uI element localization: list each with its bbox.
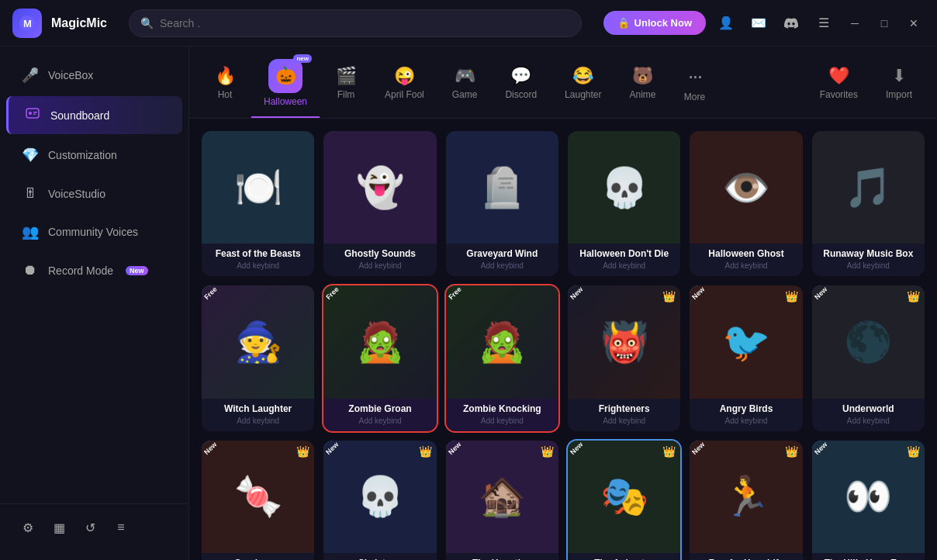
sound-card-runaway[interactable]: 🎵 Runaway Music Box Add keybind (812, 131, 925, 276)
unlock-button[interactable]: 🔒 Unlock Now (603, 11, 706, 35)
sound-card-graveyard[interactable]: 🪦 Graveyard Wind Add keybind (446, 131, 558, 276)
tab-film[interactable]: 🎬 Film (323, 60, 369, 111)
discord-icon[interactable] (779, 11, 804, 36)
card-name-halloween-dontdie: Halloween Don't Die (574, 248, 674, 259)
sounds-row-3: New 👑 🍬 Candyman Add keybind New � (202, 441, 925, 560)
recordmode-icon: ⏺ (22, 262, 39, 278)
tab-halloween[interactable]: new 🎃 Halloween (251, 53, 320, 118)
maximize-button[interactable]: □ (873, 12, 895, 34)
mail-icon[interactable]: ✉️ (746, 11, 771, 36)
close-button[interactable]: ✕ (903, 12, 925, 34)
sidebar-item-recordmode[interactable]: ⏺ Record Mode New (6, 253, 182, 288)
crown-skeletons: 👑 (419, 445, 432, 458)
voicestudio-icon: 🎚 (22, 185, 39, 202)
halloween-badge: new (293, 54, 312, 63)
sound-card-animator[interactable]: New 👑 🎭 The Animator Add keybind (568, 441, 680, 560)
sound-card-run-for-your-life[interactable]: New 👑 🏃 Run for Your Life Add keybind (690, 441, 802, 560)
crown-underworld: 👑 (907, 290, 920, 302)
sound-card-skeletons[interactable]: New 👑 💀 Skeletons Add keybind (323, 441, 436, 560)
sound-card-zombie-groan[interactable]: Free 🧟 Zombie Groan Add keybind (323, 285, 436, 430)
app-logo: M (12, 9, 42, 38)
sidebar-item-voicestudio[interactable]: 🎚 VoiceStudio (6, 176, 182, 211)
crown-frighteners: 👑 (662, 290, 676, 302)
sounds-row-2: Free 🧙 Witch Laughter Add keybind Free (202, 285, 925, 430)
sound-card-halloween-ghost[interactable]: 👁️ Halloween Ghost Add keybind (690, 131, 802, 276)
settings-icon[interactable]: ⚙ (16, 515, 40, 540)
sound-card-halloween-dontdie[interactable]: 💀 Halloween Don't Die Add keybind (568, 131, 680, 276)
profile-icon[interactable]: 👤 (714, 11, 738, 36)
card-name-halloween-ghost: Halloween Ghost (696, 248, 796, 259)
sound-card-underworld[interactable]: New 👑 🌑 Underworld Add keybind (812, 285, 925, 430)
svg-point-3 (29, 112, 32, 115)
tab-favorites[interactable]: ❤️ Favorites (807, 60, 870, 111)
card-image-halloween-ghost: 👁️ (690, 131, 802, 244)
sound-card-witch[interactable]: Free 🧙 Witch Laughter Add keybind (202, 285, 314, 430)
anime-icon: 🐻 (632, 66, 653, 86)
sounds-grid-container: 🍽️ Feast of the Beasts Add keybind 👻 Gho… (189, 119, 937, 560)
card-name-runaway: Runaway Music Box (818, 248, 918, 259)
tab-discord[interactable]: 💬 Discord (493, 60, 549, 111)
svg-rect-4 (33, 112, 37, 113)
favorites-icon: ❤️ (828, 66, 849, 86)
voicebox-icon: 🎤 (22, 67, 39, 84)
tab-hot[interactable]: 🔥 Hot (202, 60, 248, 111)
tab-game[interactable]: 🎮 Game (440, 60, 490, 111)
import-icon: ⬇ (892, 66, 906, 86)
card-image-witch: 🧙 (202, 285, 314, 398)
game-icon: 🎮 (455, 66, 475, 86)
sidebar-item-community[interactable]: 👥 Community Voices (6, 214, 182, 250)
discord-tab-icon: 💬 (510, 66, 531, 86)
customization-icon: 💎 (22, 147, 39, 164)
sound-card-feast[interactable]: 🍽️ Feast of the Beasts Add keybind (202, 131, 314, 276)
hot-icon: 🔥 (215, 66, 236, 86)
titlebar: M MagicMic 🔍 🔒 Unlock Now 👤 ✉️ ☰ ─ □ (0, 0, 937, 47)
card-image-runaway: 🎵 (812, 131, 925, 244)
titlebar-controls: 🔒 Unlock Now 👤 ✉️ ☰ ─ □ ✕ (603, 11, 925, 36)
sound-card-ghostly[interactable]: 👻 Ghostly Sounds Add keybind (323, 131, 436, 276)
tab-laughter[interactable]: 😂 Laughter (552, 60, 614, 111)
tab-import[interactable]: ⬇ Import (873, 60, 925, 111)
layout-icon[interactable]: ▦ (47, 515, 71, 540)
sound-card-haunting[interactable]: New 👑 🏚️ The Haunting Add keybind (446, 441, 558, 560)
sidebar: 🎤 VoiceBox Soundboard 💎 Customization 🎚 … (0, 47, 189, 560)
card-name-feast: Feast of the Beasts (208, 248, 308, 259)
tab-aprilfool[interactable]: 😜 April Fool (372, 60, 437, 111)
svg-text:M: M (23, 18, 32, 29)
aprilfool-icon: 😜 (394, 66, 415, 86)
halloween-icon-wrap: 🎃 (268, 59, 303, 93)
tab-anime[interactable]: 🐻 Anime (617, 60, 668, 111)
svg-rect-5 (33, 114, 36, 116)
app-title: MagicMic (51, 16, 107, 30)
search-bar[interactable]: 🔍 (129, 9, 582, 37)
sound-card-hills-have-eyes[interactable]: New 👑 👀 The Hills Have Eyes Add keybind (812, 441, 925, 560)
laughter-icon: 😂 (572, 66, 593, 86)
card-image-graveyard: 🪦 (446, 131, 558, 244)
recordmode-badge: New (126, 266, 148, 275)
refresh-icon[interactable]: ↺ (78, 515, 102, 540)
sound-card-angry-birds[interactable]: New 👑 🐦 Angry Birds Add keybind (690, 285, 802, 430)
sound-card-zombie-knocking[interactable]: Free 🧟 Zombie Knocking Add keybind (446, 285, 558, 430)
sidebar-item-customization[interactable]: 💎 Customization (6, 137, 182, 173)
card-image-zombie-groan: 🧟 (323, 285, 436, 398)
content-area: 🔥 Hot new 🎃 Halloween 🎬 Film 😜 April Foo… (189, 47, 937, 560)
sidebar-item-soundboard[interactable]: Soundboard (6, 96, 182, 134)
menu-icon[interactable]: ☰ (811, 11, 836, 36)
sound-card-frighteners[interactable]: New 👑 👹 Frighteners Add keybind (568, 285, 680, 430)
card-keybind-feast[interactable]: Add keybind (208, 261, 308, 270)
sidebar-item-voicebox[interactable]: 🎤 VoiceBox (6, 57, 182, 93)
crown-run-for-your-life: 👑 (785, 445, 798, 458)
tab-more[interactable]: ··· More (672, 57, 718, 113)
card-image-halloween-dontdie: 💀 (568, 131, 680, 244)
search-input[interactable] (160, 17, 570, 29)
card-image-ghostly: 👻 (323, 131, 436, 244)
minimize-button[interactable]: ─ (844, 12, 866, 34)
community-icon: 👥 (22, 223, 39, 240)
sound-card-candyman[interactable]: New 👑 🍬 Candyman Add keybind (202, 441, 314, 560)
card-name-graveyard: Graveyard Wind (452, 248, 552, 259)
align-icon[interactable]: ≡ (109, 515, 133, 540)
soundboard-icon (24, 105, 41, 125)
card-name-ghostly: Ghostly Sounds (330, 248, 430, 259)
sounds-row-1: 🍽️ Feast of the Beasts Add keybind 👻 Gho… (202, 131, 925, 276)
search-icon: 🔍 (140, 17, 154, 29)
sidebar-bottom-icons: ⚙ ▦ ↺ ≡ (0, 503, 188, 551)
